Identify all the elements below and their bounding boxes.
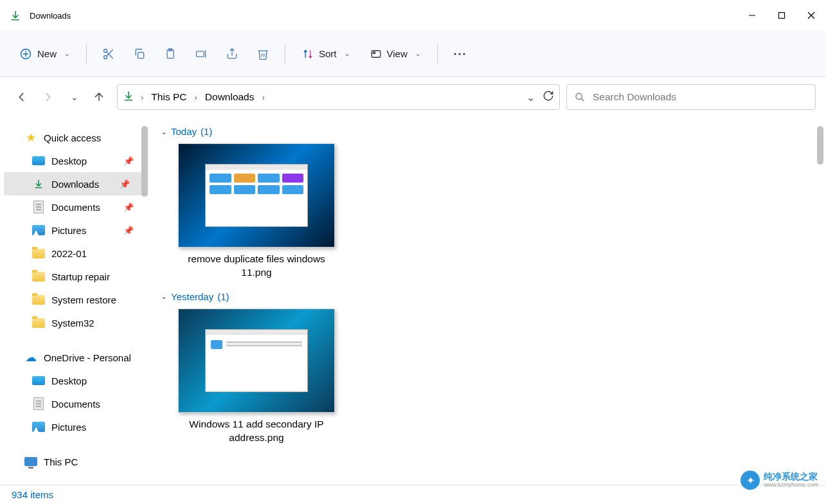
cut-button[interactable] [94, 41, 123, 67]
group-header-today[interactable]: ⌄ Today (1) [161, 126, 813, 137]
window-title: Downloads [30, 11, 71, 21]
new-button[interactable]: New ⌄ [10, 41, 78, 67]
group-count: (1) [217, 291, 229, 302]
share-button[interactable] [218, 41, 246, 67]
desktop-icon [32, 374, 45, 387]
sort-button[interactable]: Sort ⌄ [293, 41, 359, 67]
address-bar[interactable]: › This PC › Downloads › ⌄ [117, 84, 560, 110]
sort-label: Sort [319, 48, 337, 59]
view-label: View [387, 48, 408, 59]
search-box[interactable] [566, 84, 816, 110]
file-name: Windows 11 add secondary IP address.png [176, 418, 337, 445]
svg-rect-11 [138, 52, 144, 58]
group-header-yesterday[interactable]: ⌄ Yesterday (1) [161, 291, 813, 302]
sidebar-item-label: Pictures [51, 422, 86, 433]
close-button[interactable] [796, 0, 826, 31]
sidebar-item-label: System restore [51, 294, 116, 305]
document-icon [32, 397, 45, 410]
chevron-down-icon: ⌄ [345, 50, 350, 57]
downloads-folder-icon [123, 90, 134, 104]
sidebar-item-label: Desktop [51, 156, 87, 166]
sidebar-folder-system32[interactable]: System32 [0, 311, 148, 334]
sidebar-od-documents[interactable]: Documents [0, 392, 148, 415]
paste-button[interactable] [156, 41, 184, 67]
view-button[interactable]: View ⌄ [361, 41, 429, 67]
document-icon [32, 201, 45, 213]
breadcrumb-this-pc[interactable]: This PC [150, 89, 188, 105]
more-button[interactable] [445, 41, 474, 67]
navigation-bar: ⌄ › This PC › Downloads › ⌄ [0, 77, 826, 117]
file-list: ⌄ Today (1) remove duplicate files windo… [148, 117, 826, 485]
rename-icon [195, 48, 208, 60]
file-item[interactable]: Windows 11 add secondary IP address.png [176, 309, 337, 445]
chevron-right-icon[interactable]: › [262, 93, 265, 102]
sidebar-quick-access[interactable]: ★Quick access [0, 126, 148, 149]
window-controls [737, 0, 826, 31]
clipboard-icon [164, 48, 177, 60]
search-input[interactable] [593, 91, 807, 103]
desktop-icon [32, 154, 45, 167]
sidebar-item-label: Downloads [51, 179, 99, 190]
sort-icon [302, 48, 314, 60]
sidebar-this-pc[interactable]: This PC [0, 450, 148, 473]
downloads-icon [32, 177, 45, 190]
downloads-folder-icon [9, 9, 22, 22]
main-area: ★Quick access Desktop📌 Downloads📌 Docume… [0, 117, 826, 485]
sidebar-item-label: Documents [51, 399, 100, 410]
sidebar-folder-2022-01[interactable]: 2022-01 [0, 242, 148, 265]
sidebar-documents[interactable]: Documents📌 [0, 195, 148, 219]
separator [285, 44, 285, 64]
content-scrollbar[interactable] [817, 126, 823, 165]
watermark-title: 纯净系统之家 [764, 472, 818, 482]
chevron-down-icon: ⌄ [64, 50, 69, 57]
address-dropdown-button[interactable]: ⌄ [526, 91, 535, 104]
pc-icon [24, 455, 37, 468]
watermark-url: www.kzmyhome.com [764, 482, 818, 489]
search-icon [575, 92, 585, 102]
sidebar-downloads[interactable]: Downloads📌 [4, 172, 144, 195]
chevron-right-icon[interactable]: › [141, 93, 143, 102]
copy-icon [133, 48, 146, 60]
file-item[interactable]: remove duplicate files windows 11.png [176, 143, 337, 280]
forward-button[interactable] [36, 86, 59, 109]
sidebar-desktop[interactable]: Desktop📌 [0, 149, 148, 172]
sidebar-item-label: This PC [44, 456, 78, 467]
delete-button[interactable] [249, 41, 277, 67]
svg-point-20 [458, 53, 460, 55]
svg-point-23 [576, 93, 582, 99]
sidebar-scrollbar[interactable] [141, 126, 148, 197]
sidebar-folder-startup-repair[interactable]: Startup repair [0, 265, 148, 288]
group-name: Yesterday [171, 291, 213, 302]
star-icon: ★ [24, 131, 37, 144]
sidebar-pictures[interactable]: Pictures📌 [0, 219, 148, 242]
svg-rect-18 [373, 52, 375, 53]
file-name: remove duplicate files windows 11.png [176, 253, 337, 280]
sidebar-onedrive[interactable]: ☁OneDrive - Personal [0, 346, 148, 369]
plus-circle-icon [19, 48, 32, 60]
sidebar-od-pictures[interactable]: Pictures [0, 415, 148, 438]
minimize-button[interactable] [737, 0, 767, 31]
rename-button[interactable] [187, 41, 215, 67]
file-thumbnail [178, 143, 335, 248]
trash-icon [256, 48, 269, 60]
chevron-right-icon[interactable]: › [194, 93, 197, 102]
sidebar-item-label: Desktop [51, 375, 87, 386]
chevron-down-icon: ⌄ [161, 127, 167, 136]
up-button[interactable] [87, 86, 111, 109]
sidebar-item-label: System32 [51, 318, 94, 328]
refresh-button[interactable] [543, 90, 554, 104]
title-bar: Downloads [0, 0, 826, 31]
maximize-button[interactable] [767, 0, 796, 31]
navigation-pane: ★Quick access Desktop📌 Downloads📌 Docume… [0, 117, 148, 485]
pin-icon: 📌 [123, 226, 134, 235]
view-icon [370, 48, 382, 60]
breadcrumb-downloads[interactable]: Downloads [204, 89, 256, 105]
pin-icon: 📌 [120, 179, 130, 189]
svg-point-21 [463, 53, 465, 55]
back-button[interactable] [10, 86, 33, 109]
sidebar-folder-system-restore[interactable]: System restore [0, 288, 148, 311]
sidebar-od-desktop[interactable]: Desktop [0, 369, 148, 392]
copy-button[interactable] [125, 41, 154, 67]
scissors-icon [102, 48, 115, 60]
recent-locations-button[interactable]: ⌄ [62, 86, 85, 109]
